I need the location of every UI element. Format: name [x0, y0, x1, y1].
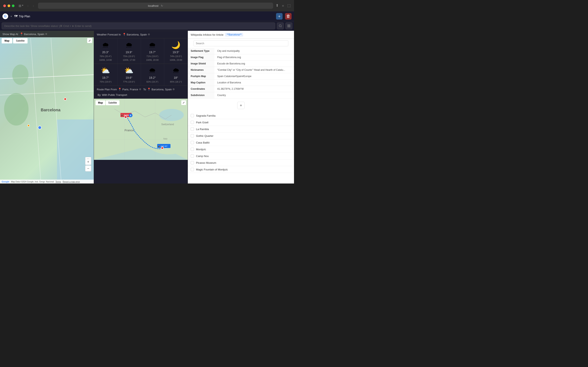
attraction-item-2[interactable]: La Rambla	[188, 126, 294, 133]
attraction-item-1[interactable]: Park Güell	[188, 119, 294, 126]
command-input[interactable]	[2, 22, 275, 29]
attraction-item-4[interactable]: Casa Batlló	[188, 139, 294, 146]
wiki-article-tag: **Barcelona**	[225, 33, 243, 36]
route-to-text: Barcelona, Spain	[151, 88, 172, 91]
attraction-checkbox-4[interactable]	[191, 141, 194, 144]
new-tab-button[interactable]: ＋	[281, 3, 285, 8]
refresh-button[interactable]: ↻	[161, 4, 163, 7]
back-button[interactable]: ‹	[26, 3, 30, 8]
attraction-checkbox-3[interactable]	[191, 134, 194, 137]
attraction-checkbox-6[interactable]	[191, 154, 194, 158]
svg-text:A: A	[130, 114, 131, 117]
close-button[interactable]	[3, 4, 6, 7]
map-tab-satellite[interactable]: Satellite	[13, 38, 27, 43]
weather-header: Weather Forecast In 📍 Barcelona, Spain ⚙	[94, 31, 188, 38]
wiki-value-7: Country	[214, 92, 294, 99]
map-location-settings[interactable]: ⚙	[45, 33, 47, 35]
weather-humidity-4: 75% (19.6°)	[100, 81, 112, 83]
wiki-value-3: "Comital City" or "City of Counts" 'Head…	[214, 67, 294, 73]
weather-time-3: 10/06, 23:00	[170, 59, 182, 61]
route-map-svg: 🚂 OUIGO A 🚂 AVE INT France Switzerland I…	[94, 99, 188, 160]
address-bar[interactable]: localhost ↻	[38, 3, 273, 9]
map-expand-button[interactable]: ⤢	[87, 38, 92, 43]
wiki-key-4: Pushpin Map	[188, 73, 214, 80]
share-button[interactable]: ⬆	[276, 3, 279, 8]
route-tab-map[interactable]: Map	[95, 100, 105, 105]
route-to-location: 📍 Barcelona, Spain ⚙	[147, 88, 175, 91]
weather-cell-5: ⛅ 19.6° 77% (19.6°)	[117, 64, 141, 85]
attraction-checkbox-5[interactable]	[191, 148, 194, 151]
svg-text:Barcelona: Barcelona	[41, 108, 61, 112]
attraction-checkbox-1[interactable]	[191, 121, 194, 124]
attraction-item-0[interactable]: Sagrada Família	[188, 112, 294, 119]
weather-temp-4: 19.7°	[102, 76, 109, 79]
delete-panel-button[interactable]: 🗑	[285, 13, 292, 20]
wiki-add-button[interactable]: +	[237, 102, 245, 109]
minimize-button[interactable]	[8, 4, 10, 7]
route-header: Route Plan From 📍 Paris, France ⚙ To 📍 B…	[94, 86, 188, 99]
attraction-item-8[interactable]: Magic Fountain of Montjuïc	[188, 166, 294, 173]
attraction-item-7[interactable]: Picasso Museum	[188, 159, 294, 166]
extensions-button[interactable]: ⬚	[287, 3, 291, 8]
route-tab-satellite[interactable]: Satellite	[106, 100, 120, 105]
wiki-row-4: Pushpin Map Spain Catalonia#Spain#Europe	[188, 73, 294, 80]
attraction-name-7: Picasso Museum	[196, 161, 216, 164]
weather-cell-1: 🌧 19.9° 75% (19.9°) 10/06, 17:00	[117, 38, 141, 64]
attraction-checkbox-8[interactable]	[191, 168, 194, 171]
app-logo-dropdown[interactable]: ▾	[11, 15, 12, 18]
attraction-checkbox-0[interactable]	[191, 114, 194, 117]
weather-icon-0: 🌧	[102, 41, 109, 49]
weather-temp-3: 19.5°	[173, 50, 179, 54]
wiki-key-1: Image Flag	[188, 54, 214, 60]
google-logo: Google	[2, 180, 9, 183]
attraction-item-6[interactable]: Camp Nou	[188, 153, 294, 159]
attraction-item-3[interactable]: Gothic Quarter	[188, 133, 294, 139]
forward-button[interactable]: ›	[31, 3, 35, 8]
map-terms[interactable]: Terms	[56, 181, 61, 183]
sidebar-toggle[interactable]: ⊞ ▾	[18, 4, 23, 8]
search-button[interactable]	[277, 22, 284, 29]
wiki-search-container	[188, 39, 294, 48]
attraction-name-3: Gothic Quarter	[196, 134, 213, 137]
attraction-checkbox-7[interactable]	[191, 161, 194, 164]
attraction-item-5[interactable]: Montjuïc	[188, 146, 294, 153]
map-zoom-in[interactable]: +	[85, 159, 91, 165]
wiki-row-1: Image Flag Flag of Barcelona.svg	[188, 54, 294, 60]
weather-location-text: Barcelona, Spain	[127, 33, 147, 36]
weather-cell-2: 🌧 19.7° 71% (19.6°) 10/06, 20:00	[141, 38, 164, 64]
map-report[interactable]: Report a map error	[63, 181, 80, 183]
weather-settings-icon[interactable]: ⚙	[148, 33, 150, 36]
attraction-name-6: Camp Nou	[196, 155, 209, 158]
app-toolbar: G ▾ 🗺 Trip Plan ＋ 🗑	[0, 11, 294, 21]
wiki-value-1: Flag of Barcelona.svg	[214, 54, 294, 60]
wiki-search-input[interactable]	[194, 40, 288, 46]
route-from-settings[interactable]: ⚙	[139, 88, 141, 91]
right-panel: Wikipedia Infobox for Article **Barcelon…	[188, 31, 294, 184]
weather-icon-2: 🌧	[149, 41, 156, 49]
settings-button[interactable]	[285, 22, 292, 29]
route-to-settings[interactable]: ⚙	[173, 88, 175, 91]
weather-temp-2: 19.7°	[149, 50, 156, 54]
add-panel-button[interactable]: ＋	[276, 13, 283, 20]
wiki-key-2: Image Shield	[188, 60, 214, 67]
weather-location: 📍 Barcelona, Spain ⚙	[122, 33, 150, 36]
app-logo: G	[2, 13, 8, 19]
attraction-checkbox-2[interactable]	[191, 127, 194, 131]
maximize-button[interactable]	[12, 4, 15, 7]
route-mode-text: With Public Transport	[102, 93, 127, 96]
map-header-label: Show Map At	[2, 33, 18, 36]
route-map-tabs: Map Satellite	[95, 100, 120, 105]
wiki-attractions-list: Sagrada Família Park Güell La Rambla Got…	[188, 112, 294, 173]
svg-point-26	[161, 147, 164, 149]
svg-rect-5	[289, 26, 290, 27]
route-from-pin: 📍	[118, 88, 121, 91]
map-tab-map[interactable]: Map	[2, 38, 12, 43]
svg-point-12	[12, 64, 29, 85]
weather-cell-7: 🌧 18° 85% (18.1°)	[164, 64, 188, 85]
weather-humidity-1: 75% (19.9°)	[123, 55, 135, 58]
svg-point-14	[38, 126, 42, 129]
weather-temp-1: 19.9°	[126, 50, 132, 54]
route-map-expand[interactable]: ⤢	[181, 100, 186, 105]
map-zoom-out[interactable]: −	[85, 165, 91, 171]
wiki-row-6: Coordinates 41.38278°N, 2.17694°W	[188, 86, 294, 92]
